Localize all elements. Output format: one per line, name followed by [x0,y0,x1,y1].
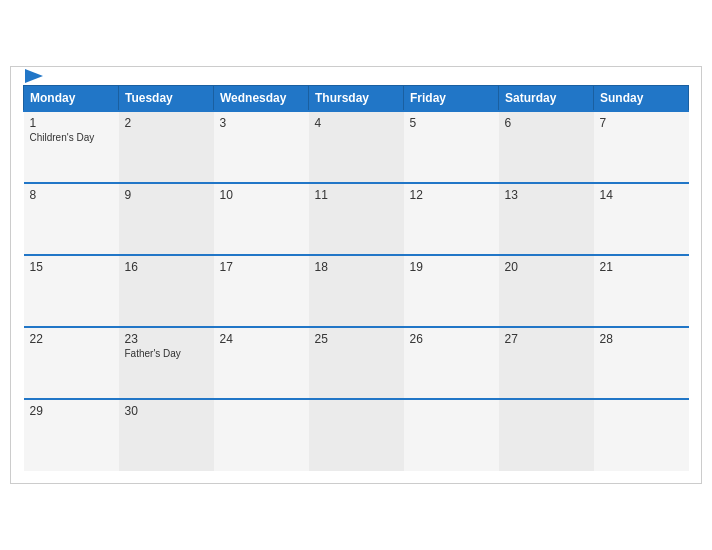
day-cell: 22 [24,327,119,399]
day-number: 9 [125,188,208,202]
holiday-name: Father's Day [125,348,208,359]
day-cell: 26 [404,327,499,399]
brand-logo [23,69,43,86]
day-cell: 20 [499,255,594,327]
day-cell: 7 [594,111,689,183]
day-number: 1 [30,116,113,130]
day-cell: 6 [499,111,594,183]
day-number: 3 [220,116,303,130]
day-cell [214,399,309,471]
week-row: 891011121314 [24,183,689,255]
col-thursday: Thursday [309,86,404,112]
day-cell: 27 [499,327,594,399]
day-cell: 29 [24,399,119,471]
col-tuesday: Tuesday [119,86,214,112]
day-number: 27 [505,332,588,346]
day-cell: 15 [24,255,119,327]
day-cell: 21 [594,255,689,327]
col-friday: Friday [404,86,499,112]
day-cell: 2 [119,111,214,183]
day-number: 5 [410,116,493,130]
day-number: 4 [315,116,398,130]
day-cell [309,399,404,471]
day-number: 14 [600,188,683,202]
day-cell: 9 [119,183,214,255]
holiday-name: Children's Day [30,132,113,143]
day-cell: 1Children's Day [24,111,119,183]
header-row: Monday Tuesday Wednesday Thursday Friday… [24,86,689,112]
day-number: 13 [505,188,588,202]
day-cell [404,399,499,471]
day-cell: 19 [404,255,499,327]
day-number: 22 [30,332,113,346]
calendar-body: 1Children's Day2345678910111213141516171… [24,111,689,471]
week-row: 2223Father's Day2425262728 [24,327,689,399]
day-number: 29 [30,404,113,418]
day-number: 19 [410,260,493,274]
day-number: 25 [315,332,398,346]
calendar-table: Monday Tuesday Wednesday Thursday Friday… [23,85,689,471]
day-number: 21 [600,260,683,274]
day-cell: 5 [404,111,499,183]
day-number: 18 [315,260,398,274]
day-number: 17 [220,260,303,274]
day-number: 8 [30,188,113,202]
day-cell: 10 [214,183,309,255]
day-number: 6 [505,116,588,130]
day-number: 10 [220,188,303,202]
day-number: 24 [220,332,303,346]
day-cell: 30 [119,399,214,471]
day-cell: 17 [214,255,309,327]
col-saturday: Saturday [499,86,594,112]
day-number: 12 [410,188,493,202]
week-row: 1Children's Day234567 [24,111,689,183]
day-cell: 8 [24,183,119,255]
col-wednesday: Wednesday [214,86,309,112]
day-cell: 24 [214,327,309,399]
day-cell: 13 [499,183,594,255]
col-sunday: Sunday [594,86,689,112]
day-cell: 16 [119,255,214,327]
day-cell [594,399,689,471]
day-number: 23 [125,332,208,346]
week-row: 2930 [24,399,689,471]
day-number: 30 [125,404,208,418]
col-monday: Monday [24,86,119,112]
day-number: 7 [600,116,683,130]
day-cell: 28 [594,327,689,399]
day-number: 16 [125,260,208,274]
day-cell: 23Father's Day [119,327,214,399]
day-cell: 25 [309,327,404,399]
day-number: 20 [505,260,588,274]
week-row: 15161718192021 [24,255,689,327]
day-cell: 12 [404,183,499,255]
brand-flag-icon [25,69,43,83]
day-number: 11 [315,188,398,202]
day-number: 15 [30,260,113,274]
day-cell: 4 [309,111,404,183]
day-cell: 11 [309,183,404,255]
day-number: 2 [125,116,208,130]
svg-marker-0 [25,69,43,83]
day-number: 28 [600,332,683,346]
day-cell: 14 [594,183,689,255]
day-cell: 3 [214,111,309,183]
day-number: 26 [410,332,493,346]
day-cell [499,399,594,471]
calendar-container: Monday Tuesday Wednesday Thursday Friday… [10,66,702,484]
day-cell: 18 [309,255,404,327]
